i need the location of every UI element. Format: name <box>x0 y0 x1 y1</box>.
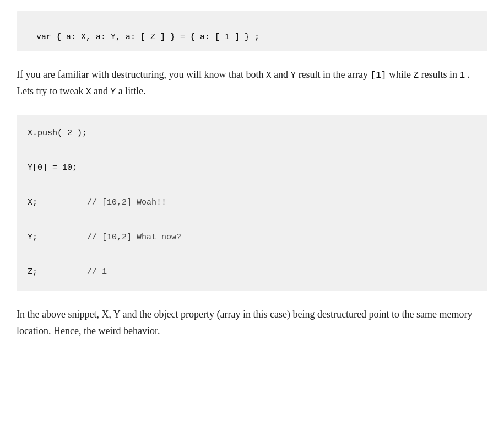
inline-code-z1: Z <box>413 71 419 80</box>
inline-code-y2: Y <box>111 87 116 97</box>
comment-y: // [10,2] What now? <box>87 233 181 242</box>
multi-code-block: X.push( 2 ); Y[0] = 10; X; // [10,2] Woa… <box>17 115 487 291</box>
text-and1: and <box>274 69 288 80</box>
inline-code-x2: X <box>86 87 91 97</box>
code-line-assign: Y[0] = 10; <box>28 163 77 173</box>
paragraph-2: In the above snippet, X, Y and the objec… <box>17 307 487 339</box>
inline-code-y1: Y <box>291 71 296 80</box>
comment-z: // 1 <box>87 267 107 277</box>
text-and2: and <box>94 85 108 96</box>
inline-code-x1: X <box>266 71 272 80</box>
code-line-z: Z; // 1 <box>28 267 107 277</box>
top-code-block: var { a: X, a: Y, a: [ Z ] } = { a: [ 1 … <box>17 11 487 51</box>
inline-code-one: 1 <box>460 71 465 80</box>
inline-code-arr1: [1] <box>371 71 387 80</box>
paragraph-1: If you are familiar with destructuring, … <box>17 67 487 99</box>
code-line-y: Y; // [10,2] What now? <box>28 233 181 242</box>
comment-x: // [10,2] Woah!! <box>87 198 166 207</box>
top-code-line: var { a: X, a: Y, a: [ Z ] } = { a: [ 1 … <box>36 33 259 42</box>
code-line-push: X.push( 2 ); <box>28 128 87 138</box>
code-line-x: X; // [10,2] Woah!! <box>28 198 166 207</box>
